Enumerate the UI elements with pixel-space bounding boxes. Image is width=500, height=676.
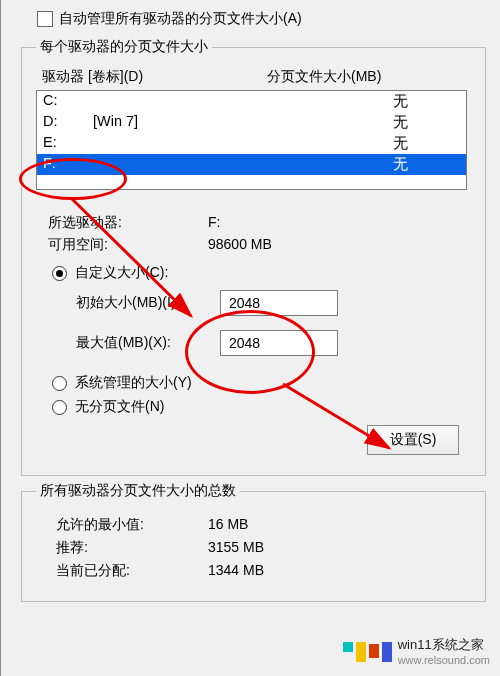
virtual-memory-dialog: 自动管理所有驱动器的分页文件大小(A) 每个驱动器的分页文件大小 驱动器 [卷标…: [0, 0, 500, 676]
current-alloc-value: 1344 MB: [208, 562, 264, 580]
drive-header-right: 分页文件大小(MB): [267, 68, 381, 86]
no-paging-radio-row[interactable]: 无分页文件(N): [52, 398, 471, 416]
per-drive-legend: 每个驱动器的分页文件大小: [36, 38, 212, 56]
drive-row-e[interactable]: E: 无: [37, 133, 466, 154]
max-size-label: 最大值(MB)(X):: [76, 334, 220, 352]
drive-label: [93, 134, 340, 153]
max-size-row: 最大值(MB)(X):: [76, 330, 471, 356]
drive-letter: F:: [43, 155, 93, 174]
totals-group: 所有驱动器分页文件大小的总数 允许的最小值: 16 MB 推荐: 3155 MB…: [21, 482, 486, 602]
min-allowed-value: 16 MB: [208, 516, 248, 534]
watermark-url: www.relsound.com: [398, 654, 490, 666]
auto-manage-checkbox[interactable]: [37, 11, 53, 27]
selected-drive-label: 所选驱动器:: [48, 214, 208, 232]
watermark-text: win11系统之家: [398, 636, 490, 654]
drive-size: 无: [340, 92, 460, 111]
drive-row-f[interactable]: F: 无: [37, 154, 466, 175]
set-button[interactable]: 设置(S): [367, 425, 459, 455]
drive-letter: D:: [43, 113, 93, 132]
drive-label: [Win 7]: [93, 113, 340, 132]
drive-size: 无: [340, 155, 460, 174]
min-allowed-label: 允许的最小值:: [56, 516, 208, 534]
drive-row-d[interactable]: D: [Win 7] 无: [37, 112, 466, 133]
initial-size-input[interactable]: [220, 290, 338, 316]
custom-size-label: 自定义大小(C):: [75, 264, 168, 282]
recommended-value: 3155 MB: [208, 539, 264, 557]
drive-letter: C:: [43, 92, 93, 111]
recommended-label: 推荐:: [56, 539, 208, 557]
no-paging-label: 无分页文件(N): [75, 398, 164, 416]
custom-size-radio-row[interactable]: 自定义大小(C):: [52, 264, 471, 282]
drive-label: [93, 155, 340, 174]
initial-size-row: 初始大小(MB)(I):: [76, 290, 471, 316]
drive-header-left: 驱动器 [卷标](D): [42, 68, 267, 86]
selected-drive-info: 所选驱动器: F: 可用空间: 98600 MB: [48, 214, 467, 254]
watermark-logo-icon: [343, 640, 392, 662]
totals-legend: 所有驱动器分页文件大小的总数: [36, 482, 240, 500]
drive-letter: E:: [43, 134, 93, 153]
drive-size: 无: [340, 134, 460, 153]
max-size-input[interactable]: [220, 330, 338, 356]
current-alloc-label: 当前已分配:: [56, 562, 208, 580]
drive-label: [93, 92, 340, 111]
system-managed-radio[interactable]: [52, 376, 67, 391]
auto-manage-checkbox-row[interactable]: 自动管理所有驱动器的分页文件大小(A): [1, 4, 500, 32]
selected-drive-value: F:: [208, 214, 220, 232]
system-managed-label: 系统管理的大小(Y): [75, 374, 192, 392]
system-managed-radio-row[interactable]: 系统管理的大小(Y): [52, 374, 471, 392]
watermark: win11系统之家 www.relsound.com: [343, 636, 490, 666]
no-paging-radio[interactable]: [52, 400, 67, 415]
avail-space-value: 98600 MB: [208, 236, 272, 254]
drive-list-header: 驱动器 [卷标](D) 分页文件大小(MB): [42, 68, 471, 86]
auto-manage-label: 自动管理所有驱动器的分页文件大小(A): [59, 10, 302, 28]
drive-size: 无: [340, 113, 460, 132]
drive-list[interactable]: C: 无 D: [Win 7] 无 E: 无 F: 无: [36, 90, 467, 190]
custom-size-radio[interactable]: [52, 266, 67, 281]
per-drive-group: 每个驱动器的分页文件大小 驱动器 [卷标](D) 分页文件大小(MB) C: 无…: [21, 38, 486, 476]
drive-row-c[interactable]: C: 无: [37, 91, 466, 112]
avail-space-label: 可用空间:: [48, 236, 208, 254]
initial-size-label: 初始大小(MB)(I):: [76, 294, 220, 312]
